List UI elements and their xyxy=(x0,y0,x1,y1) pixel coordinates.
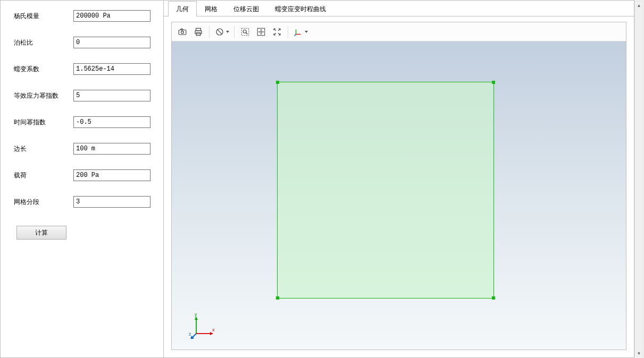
axis-triad: y x z xyxy=(189,312,215,339)
label-youngs-modulus: 杨氏模量 xyxy=(14,12,73,21)
label-load: 载荷 xyxy=(14,171,73,180)
label-edge-length: 边长 xyxy=(14,144,73,154)
chevron-down-icon xyxy=(305,31,308,33)
toolbar-separator xyxy=(209,26,210,38)
axis-x-label: x xyxy=(212,327,215,333)
label-stress-exponent: 等效应力幂指数 xyxy=(14,91,73,100)
axis-y-label: y xyxy=(195,312,197,317)
zoom-box-icon[interactable] xyxy=(238,25,253,39)
field-youngs-modulus: 杨氏模量 xyxy=(14,10,158,22)
input-load[interactable] xyxy=(73,169,150,181)
input-stress-exponent[interactable] xyxy=(73,90,150,101)
toolbar-separator xyxy=(288,26,288,38)
tab-displacement-contour[interactable]: 位移云图 xyxy=(225,1,267,16)
axis-triad-icon[interactable] xyxy=(291,25,310,39)
label-creep-coefficient: 蠕变系数 xyxy=(14,65,73,74)
field-poisson-ratio: 泊松比 xyxy=(14,37,158,48)
label-poisson-ratio: 泊松比 xyxy=(14,38,73,47)
viewer-toolbar xyxy=(172,22,626,41)
tab-creep-strain-curve[interactable]: 蠕变应变时程曲线 xyxy=(267,1,334,16)
field-creep-coefficient: 蠕变系数 xyxy=(14,63,158,75)
no-entry-icon[interactable] xyxy=(213,25,231,39)
geometry-square[interactable] xyxy=(277,82,494,299)
zoom-extents-icon[interactable] xyxy=(270,25,285,39)
geometry-handle[interactable] xyxy=(492,296,495,300)
input-time-exponent[interactable] xyxy=(73,116,150,128)
geometry-handle[interactable] xyxy=(276,81,279,84)
input-creep-coefficient[interactable] xyxy=(73,63,150,75)
geometry-handle[interactable] xyxy=(276,296,279,300)
input-youngs-modulus[interactable] xyxy=(73,10,150,22)
chevron-down-icon xyxy=(226,31,229,33)
field-edge-length: 边长 xyxy=(14,143,158,155)
scroll-down-button[interactable]: ▼ xyxy=(635,349,643,358)
viewer-panel: y x z xyxy=(171,22,626,350)
svg-line-14 xyxy=(294,34,296,36)
svg-rect-3 xyxy=(196,28,201,31)
input-poisson-ratio[interactable] xyxy=(73,37,150,48)
svg-rect-8 xyxy=(241,28,249,36)
geometry-handle[interactable] xyxy=(492,81,495,84)
viewer-wrap: y x z xyxy=(164,16,634,357)
tab-geometry[interactable]: 几何 xyxy=(168,1,197,16)
app-window: 杨氏模量 泊松比 蠕变系数 等效应力幂指数 时间幂指数 边长 载荷 网格分段 xyxy=(0,0,634,358)
axis-z-label: z xyxy=(189,331,191,337)
results-panel: 几何 网格 位移云图 蠕变应变时程曲线 xyxy=(164,1,634,357)
svg-rect-0 xyxy=(179,30,186,35)
svg-point-1 xyxy=(181,31,184,33)
vertical-scrollbar[interactable]: ▲ ▼ xyxy=(634,1,643,358)
field-load: 载荷 xyxy=(14,169,158,181)
geometry-canvas[interactable]: y x z xyxy=(172,41,626,350)
scroll-up-button[interactable]: ▲ xyxy=(635,1,643,10)
print-icon[interactable] xyxy=(191,25,206,39)
field-stress-exponent: 等效应力幂指数 xyxy=(14,90,158,101)
input-edge-length[interactable] xyxy=(73,143,150,155)
input-mesh-divisions[interactable] xyxy=(73,196,150,208)
toolbar-separator xyxy=(234,26,235,38)
parameters-panel: 杨氏模量 泊松比 蠕变系数 等效应力幂指数 时间幂指数 边长 载荷 网格分段 xyxy=(1,1,164,357)
tab-mesh[interactable]: 网格 xyxy=(197,1,225,16)
pan-icon[interactable] xyxy=(254,25,269,39)
svg-rect-2 xyxy=(181,29,183,30)
tab-bar: 几何 网格 位移云图 蠕变应变时程曲线 xyxy=(164,1,634,16)
compute-button[interactable]: 计算 xyxy=(16,226,66,240)
svg-line-7 xyxy=(217,29,221,33)
field-mesh-divisions: 网格分段 xyxy=(14,196,158,208)
label-mesh-divisions: 网格分段 xyxy=(14,198,73,207)
camera-icon[interactable] xyxy=(175,25,190,39)
field-time-exponent: 时间幂指数 xyxy=(14,116,158,128)
svg-point-9 xyxy=(243,30,246,33)
label-time-exponent: 时间幂指数 xyxy=(14,118,73,127)
svg-line-10 xyxy=(246,32,248,34)
scroll-thumb-area[interactable] xyxy=(635,10,643,349)
